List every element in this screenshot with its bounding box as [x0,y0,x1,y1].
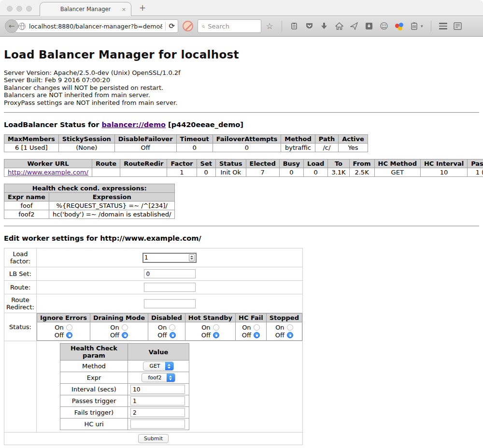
new-tab-button[interactable]: + [139,3,146,13]
hc-row-interval: Interval (secs) [60,384,189,395]
bookmark-star-icon[interactable]: ☆ [265,22,274,30]
interval-input[interactable] [130,385,185,394]
stepper-arrows-icon[interactable] [189,254,195,261]
col-timeout: Timeout [176,135,213,144]
route-redirect-input[interactable] [144,299,196,308]
home-icon[interactable] [335,22,343,30]
url-bar[interactable]: localhost:8880/balancer-manager?b=demo&w… [15,19,178,33]
form-row-load-factor: Load factor: [4,248,303,267]
interval-label: Interval (secs) [60,384,128,395]
route-redirect-label: Route Redirect: [4,294,37,313]
download-panel-icon[interactable] [365,22,373,30]
col-stickysession: StickySession [58,135,114,144]
browser-tab[interactable]: Balancer Manager × [40,2,131,16]
passes-input[interactable] [130,396,185,405]
worker-url-link[interactable]: http://www.example.com/ [8,169,88,176]
minimize-window-button[interactable] [16,6,22,12]
ignore-errors-on-radio[interactable] [66,324,72,331]
disabled-on-radio[interactable] [169,324,175,331]
disabled-off-radio[interactable] [170,332,176,338]
expr-select[interactable]: foof2 [142,373,175,382]
reading-list-icon[interactable] [290,22,298,30]
zoom-window-button[interactable] [26,6,32,12]
off-label: Off [275,332,284,339]
hot-standby-on-radio[interactable] [213,324,219,331]
cell-disablefailover: Off [114,144,176,152]
on-label: On [158,324,167,331]
stopped-off-radio[interactable] [287,332,293,338]
close-window-button[interactable] [7,6,13,12]
tab-title: Balancer Manager [60,6,111,13]
stopped-on-radio[interactable] [287,324,293,331]
cell-route [92,168,120,177]
window-controls[interactable] [7,6,32,12]
form-row-route-redirect: Route Redirect: [4,294,303,313]
table-header-row: Expr name Expression [4,193,175,202]
table-row: foof2 hc('body') =~ /domain is establish… [4,210,175,219]
toolbar-separator [431,21,431,31]
method-selected-value: GET [143,363,165,369]
lb-set-input[interactable] [144,269,196,278]
col-maxmembers: MaxMembers [4,135,59,144]
on-label: On [242,324,251,331]
load-factor-stepper[interactable] [142,253,197,263]
form-row-status: Status: Ignore Errors Draining Mode Disa… [4,313,303,341]
status-radio-row: On Off On Off On Off On [37,322,302,341]
search-bar[interactable]: ⌕ Search [198,19,261,33]
hc-expr-title: Health check cond. expressions: [4,184,175,193]
draining-mode-on-radio[interactable] [122,324,128,331]
hc-fail-off-radio[interactable] [254,332,260,338]
fails-input[interactable] [130,408,185,417]
ignore-errors-off-radio[interactable] [66,332,72,338]
reload-icon[interactable]: ⟳ [169,22,175,30]
menu-icon[interactable] [439,23,447,29]
edit-worker-heading: Edit worker settings for http://www.exam… [4,234,479,242]
table-title-row: Health check cond. expressions: [4,184,175,193]
submit-button[interactable]: Submit [138,434,169,443]
urlbar-divider [165,22,166,30]
back-button[interactable]: ← [5,19,18,33]
hc-row-passes: Passes trigger [60,395,189,407]
balancer-demo-link[interactable]: balancer://demo [101,121,166,129]
col-hot-standby: Hot Standby [185,314,235,322]
hc-fail-on-radio[interactable] [254,324,260,331]
dropdown-caret-icon[interactable]: ▾ [421,24,423,29]
form-row-route: Route: [4,281,303,294]
tab-close-icon[interactable]: × [122,6,126,13]
off-label: Off [55,332,64,339]
col-worker-url: Worker URL [4,159,92,168]
chat-smiley-icon[interactable]: ☺ [380,22,388,30]
fails-label: Fails trigger) [60,407,128,419]
col-hc-param: Health Check param [60,344,128,361]
hc-row-method: Method GET [60,361,189,372]
pocket-icon[interactable] [305,22,313,30]
cell-set: 0 [197,168,215,177]
url-text[interactable]: localhost:8880/balancer-manager?b=demo&w… [29,23,162,30]
load-factor-input[interactable] [144,254,189,261]
table-row: http://www.example.com/ 1 0 Init Ok 7 0 … [4,168,483,177]
load-factor-label: Load factor: [4,248,37,267]
col-expr-name: Expr name [4,193,49,202]
passes-label: Passes trigger [60,395,128,407]
site-identity-icon[interactable] [18,23,26,30]
on-label: On [201,324,210,331]
on-label: On [55,324,63,331]
route-input[interactable] [144,283,196,292]
adblock-icon[interactable] [183,21,193,31]
status-label: Status: [4,313,37,341]
hot-standby-off-radio[interactable] [213,332,219,338]
col-passes: Passes [468,159,483,168]
method-select[interactable]: GET [143,361,173,371]
container-icon[interactable] [410,22,418,30]
send-tab-icon[interactable] [350,22,358,30]
cell-status: Init Ok [215,168,246,177]
status-table: Ignore Errors Draining Mode Disabled Hot… [37,313,302,341]
download-icon[interactable] [320,22,328,30]
reader-sidebar-icon[interactable] [454,22,462,30]
draining-mode-off-radio[interactable] [122,332,128,338]
col-path: Path [315,135,338,144]
expr-selected-value: foof2 [142,375,166,381]
hc-uri-input[interactable] [130,419,185,429]
hc-row-expr: Expr foof2 [60,372,189,384]
colorway-dots-icon[interactable] [395,22,403,30]
